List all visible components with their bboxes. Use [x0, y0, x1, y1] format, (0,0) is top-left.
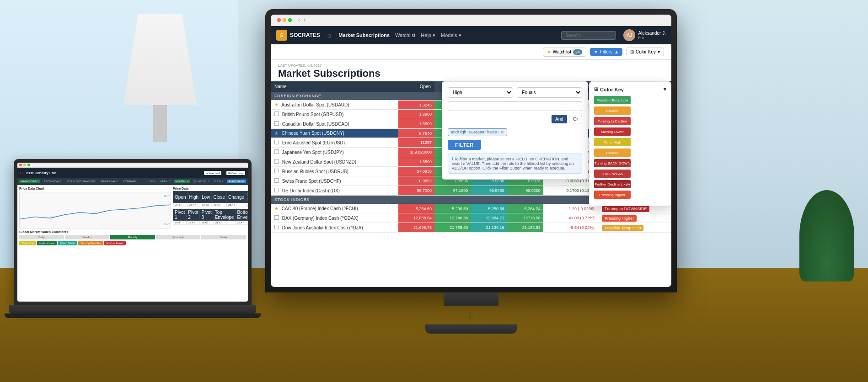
laptop-purchase-btn[interactable]: PURCHASE — [227, 180, 246, 183]
laptop-maximize-dot[interactable] — [27, 164, 30, 166]
filter-and-or: And Or — [448, 115, 582, 123]
filter-tag-text: andHigh IsGreaterThan30 — [451, 130, 498, 134]
filter-row-1: High Open Low Close Equals IsGreaterThan… — [448, 87, 582, 98]
nav-models[interactable]: Models ▾ — [441, 32, 461, 38]
laptop-screen: S 21st Century Fox ★ Watched ⊞ Color Key… — [17, 163, 248, 302]
laptop-minimize-dot[interactable] — [23, 164, 26, 166]
open-value: 21,696.76 — [398, 223, 434, 233]
filter-value-input[interactable] — [448, 101, 582, 111]
color-swatch: Moving Lower — [594, 127, 631, 136]
open-value: 0.9652 — [398, 176, 434, 186]
val-close: 28.47 — [212, 203, 227, 207]
comment-daily: Daily — [19, 235, 64, 239]
color-key-button[interactable]: ⊞ Color Key ▾ — [626, 48, 664, 56]
val-change: 28.47 — [226, 203, 246, 207]
low-value: 12,684.71 — [471, 213, 507, 223]
color-key-chevron: ▾ — [664, 86, 666, 92]
checkbox-icon[interactable] — [274, 149, 279, 154]
sparkline-svg — [20, 192, 171, 228]
high-value: 21,765.60 — [434, 223, 471, 233]
checkbox-icon[interactable] — [274, 111, 279, 116]
search-input[interactable] — [561, 31, 616, 40]
checkbox-icon[interactable] — [274, 188, 279, 192]
pivot-row: 28.47 28.47 28.47 28.47 28.47 — [173, 221, 248, 225]
nav-market-subscriptions[interactable]: Market Subscriptions — [338, 32, 390, 38]
star-icon[interactable]: ★ — [274, 206, 279, 211]
filter-field-select[interactable]: High Open Low Close — [448, 87, 513, 98]
color-swatch: Caution — [594, 149, 631, 157]
laptop-daily-tab[interactable]: DAILY — [149, 180, 156, 183]
checkbox-icon[interactable] — [274, 225, 279, 229]
laptop-color-key-btn[interactable]: ⊞ Color Key — [226, 171, 245, 175]
open-value: 109.820000 — [398, 148, 434, 157]
filter-and-button[interactable]: And — [552, 115, 567, 123]
col-open: Open — [173, 191, 188, 203]
checkbox-icon[interactable] — [274, 215, 279, 220]
table-row[interactable]: Dow Jones Australia Index Cash (^DJA) 21… — [271, 223, 671, 233]
comment-weekly: Weekly — [65, 235, 110, 239]
laptop-market-comments-title: Global Market Watch Comments — [19, 230, 246, 233]
star-icon[interactable]: ★ — [274, 102, 279, 107]
chart-y-max: 28.47 — [164, 195, 170, 197]
back-arrow[interactable]: ‹ — [298, 17, 300, 23]
val-p3: 28.47 — [200, 221, 213, 225]
color-key-item: STILL WEAK — [594, 170, 666, 178]
status-turning-stabilize: Turning Stabilize — [78, 241, 103, 245]
table-row[interactable]: DAX (Germany) Index Cash (^GDAX) 12,688.… — [271, 213, 671, 223]
laptop-yearly-tab[interactable]: YEARLY — [213, 180, 223, 183]
status-high-near: High is Near — [37, 241, 57, 245]
laptop-tab-dashboard[interactable]: DASHBOARD — [19, 180, 40, 183]
last-updated: LAST UPDATED: 6/9/2017 — [278, 64, 664, 68]
trend-value: Possible Temp High — [598, 223, 671, 233]
color-key-item: Caution — [594, 149, 666, 157]
laptop-monthly-tab[interactable]: MONTHLY — [174, 180, 190, 183]
window-controls — [274, 16, 295, 24]
imac-screen: ‹ › S SOCRATES ⌂ Market Subscriptions Wa… — [271, 15, 671, 287]
open-value: 1.3899 — [398, 157, 434, 167]
low-value: 96.5950 — [471, 186, 507, 196]
laptop-tab-forecast[interactable]: FORECAST ANALYSIS — [65, 180, 97, 183]
logo-text: SOCRATES — [290, 32, 320, 38]
close-value: 5,264.24 — [507, 204, 543, 213]
laptop-watchlist-btn[interactable]: ★ Watched — [204, 171, 221, 175]
open-value: 6.7940 — [398, 129, 434, 138]
home-icon[interactable]: ⌂ — [327, 32, 331, 39]
imac-stand-top — [444, 292, 498, 306]
low-value: 21,139.16 — [471, 223, 507, 233]
forward-arrow[interactable]: › — [304, 17, 305, 23]
maximize-dot[interactable] — [288, 18, 292, 22]
star-icon[interactable]: ★ — [274, 131, 279, 136]
laptop-close-dot[interactable] — [19, 164, 22, 166]
checkbox-icon[interactable] — [274, 178, 279, 183]
laptop-price-chart: 28.47 26.47 — [19, 192, 171, 228]
filter-execute-button[interactable]: FILTER — [448, 140, 481, 150]
market-name: ★ Australian Dollar Spot (USDAUD) — [271, 101, 398, 110]
laptop-quarterly-tab[interactable]: QUARTERLY — [193, 180, 209, 183]
laptop-tab-compare[interactable]: COMPARE — [121, 180, 139, 183]
filter-tag-close[interactable]: ✕ — [500, 130, 504, 135]
minimize-dot[interactable] — [283, 18, 286, 22]
filter-operation-select[interactable]: Equals IsGreaterThan IsLessThan — [517, 87, 582, 98]
laptop-tab-technicals[interactable]: TECHNICALS — [42, 180, 63, 183]
filter-or-button[interactable]: Or — [569, 115, 582, 123]
nav-help[interactable]: Help ▾ — [421, 32, 435, 38]
color-swatch: Turning to Decline — [594, 117, 631, 125]
color-swatch: Pressing Higher — [594, 191, 631, 199]
market-name: Russian Rubles Spot (USDRUB) — [271, 167, 398, 176]
page-header: LAST UPDATED: 6/9/2017 Market Subscripti… — [271, 60, 671, 81]
close-dot[interactable] — [277, 18, 281, 22]
checkbox-icon[interactable] — [274, 121, 279, 126]
high-value: 97.1600 — [434, 186, 471, 196]
laptop-tab-reversals[interactable]: REVERSALS — [99, 180, 119, 183]
low-value: 5,250.68 — [471, 204, 507, 213]
laptop-weekly-tab[interactable]: WEEKLY — [160, 180, 171, 183]
checkbox-icon[interactable] — [274, 159, 279, 164]
color-key-item: Caution — [594, 106, 666, 115]
laptop-app-title: 21st Century Fox — [26, 171, 56, 175]
checkbox-icon[interactable] — [274, 140, 279, 144]
filters-button[interactable]: ▼ Filters ▲ — [590, 48, 622, 56]
nav-watchlist[interactable]: Watchlist — [395, 32, 415, 38]
watchlist-button[interactable]: ★ Watchlist 24 — [543, 48, 586, 57]
color-key-item: Pressing Higher — [594, 191, 666, 199]
checkbox-icon[interactable] — [274, 169, 279, 173]
